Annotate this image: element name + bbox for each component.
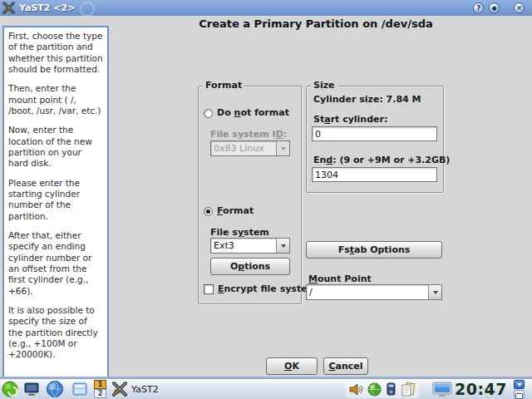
- file-system-combobox[interactable]: Ext3: [210, 238, 290, 254]
- format-group-legend: Format: [203, 80, 244, 91]
- pager-desktop-2[interactable]: 2: [94, 389, 106, 398]
- window-titlebar[interactable]: YaST2 <2> ? ● ✕: [0, 0, 532, 17]
- taskbar: 1 2 YaST2 20:47: [0, 378, 532, 399]
- size-group: Size Cylinder size: 7.84 M Start cylinde…: [306, 86, 444, 193]
- cylinder-size-label: Cylinder size: 7.84 M: [313, 94, 421, 105]
- pager-desktop-1[interactable]: 1: [94, 380, 106, 389]
- titlebar-swirl-decoration: [80, 2, 95, 17]
- format-radio[interactable]: [204, 207, 213, 216]
- start-menu-geeko-icon[interactable]: [2, 381, 18, 397]
- chevron-down-icon: [281, 147, 286, 150]
- help-paragraph: Then, enter the mount point ( /, /boot, …: [8, 83, 103, 116]
- control-panel-icon[interactable]: [71, 381, 88, 397]
- web-browser-globe-icon[interactable]: [46, 380, 64, 398]
- file-system-id-combobox: 0x83 Linux: [210, 140, 290, 156]
- yast-task-icon[interactable]: [111, 381, 128, 397]
- file-system-id-label: File system ID:: [210, 129, 287, 140]
- tray-device-icon[interactable]: [384, 382, 398, 397]
- format-radio-label: Format: [217, 205, 254, 216]
- file-system-label: File system: [210, 227, 269, 238]
- end-cylinder-input[interactable]: [312, 167, 437, 182]
- window-close-button[interactable]: ✕: [514, 2, 525, 13]
- help-paragraph: First, choose the type of the partition …: [8, 31, 103, 75]
- terminal-monitor-icon[interactable]: [23, 381, 40, 397]
- arrow-down-icon: [517, 383, 522, 387]
- window-title: YaST2 <2>: [19, 0, 75, 16]
- start-cylinder-input[interactable]: [312, 126, 437, 141]
- cancel-button[interactable]: Cancel: [323, 357, 368, 375]
- start-cylinder-label: Start cylinder:: [313, 114, 387, 125]
- help-panel: First, choose the type of the partition …: [2, 26, 109, 378]
- file-system-id-value: 0x83 Linux: [211, 143, 276, 154]
- yast-dialog-content: First, choose the type of the partition …: [0, 16, 532, 377]
- clipboard-klipper-icon[interactable]: [400, 382, 416, 397]
- display-settings-monitor-icon[interactable]: [431, 381, 453, 398]
- encrypt-file-system-checkbox[interactable]: [204, 284, 214, 294]
- combo-arrow-button: [276, 141, 289, 155]
- taskbar-task-yast2[interactable]: YaST2: [131, 384, 159, 395]
- help-paragraph: Please enter the starting cylinder numbe…: [8, 178, 103, 222]
- volume-speaker-icon[interactable]: [349, 382, 364, 397]
- chevron-down-icon: [433, 291, 438, 294]
- panel-lock-icon[interactable]: [514, 390, 525, 399]
- combo-arrow-button[interactable]: [276, 239, 289, 253]
- window-help-button[interactable]: ?: [473, 2, 484, 13]
- do-not-format-label: Do not format: [217, 107, 289, 118]
- help-paragraph: Now, enter the location of the new parti…: [8, 125, 103, 169]
- chevron-down-icon: [281, 244, 286, 248]
- mount-point-value: /: [307, 287, 428, 298]
- help-paragraph: After that, either specify an ending cyl…: [8, 230, 103, 297]
- ok-button[interactable]: OK: [266, 357, 318, 375]
- window-maximize-button[interactable]: ●: [489, 2, 500, 13]
- taskbar-clock[interactable]: 20:47: [455, 380, 507, 398]
- end-cylinder-label: End: (9 or +9M or +3.2GB): [313, 155, 450, 165]
- panel-hide-arrow-icon[interactable]: [514, 380, 525, 389]
- size-group-legend: Size: [311, 80, 337, 91]
- encrypt-file-system-label: Encrypt file system: [218, 283, 317, 294]
- options-button[interactable]: Options: [210, 258, 290, 275]
- format-group: Format Do not format File system ID: 0x8…: [198, 86, 302, 304]
- network-globe-icon[interactable]: [367, 382, 382, 397]
- mount-point-label: Mount Point: [308, 273, 372, 284]
- mount-point-combobox[interactable]: /: [306, 284, 442, 300]
- fstab-options-button[interactable]: Fstab Options: [306, 241, 442, 259]
- page-title: Create a Primary Partition on /dev/sda: [108, 17, 524, 30]
- file-system-value: Ext3: [211, 240, 276, 251]
- combo-arrow-button[interactable]: [428, 285, 441, 299]
- help-paragraph: It is also possible to specify the size …: [8, 305, 103, 361]
- yast-window-icon: [2, 2, 15, 14]
- do-not-format-radio[interactable]: [204, 109, 213, 118]
